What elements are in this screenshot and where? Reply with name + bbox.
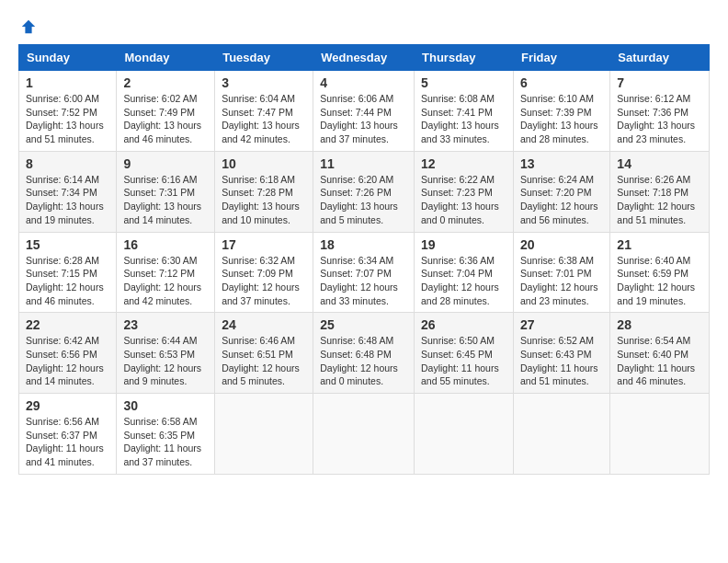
sunset-label: Sunset: 6:45 PM — [421, 349, 493, 360]
calendar-cell: 28 Sunrise: 6:54 AM Sunset: 6:40 PM Dayl… — [610, 313, 710, 394]
calendar-cell: 19 Sunrise: 6:36 AM Sunset: 7:04 PM Dayl… — [415, 232, 514, 313]
week-row-3: 15 Sunrise: 6:28 AM Sunset: 7:15 PM Dayl… — [19, 232, 710, 313]
day-info: Sunrise: 6:18 AM Sunset: 7:28 PM Dayligh… — [222, 173, 306, 227]
sunset-label: Sunset: 7:28 PM — [222, 187, 293, 198]
sunrise-label: Sunrise: 6:40 AM — [617, 255, 690, 266]
daylight-label: Daylight: 12 hours and 37 minutes. — [222, 282, 300, 306]
daylight-label: Daylight: 12 hours and 14 minutes. — [26, 362, 104, 387]
daylight-label: Daylight: 11 hours and 46 minutes. — [617, 362, 695, 387]
sunset-label: Sunset: 6:35 PM — [123, 430, 195, 441]
calendar-cell: 17 Sunrise: 6:32 AM Sunset: 7:09 PM Dayl… — [215, 232, 313, 313]
sunrise-label: Sunrise: 6:20 AM — [320, 174, 393, 185]
day-info: Sunrise: 6:24 AM Sunset: 7:20 PM Dayligh… — [520, 173, 603, 227]
day-number: 19 — [421, 237, 506, 252]
week-row-4: 22 Sunrise: 6:42 AM Sunset: 6:56 PM Dayl… — [19, 313, 710, 394]
day-info: Sunrise: 6:42 AM Sunset: 6:56 PM Dayligh… — [26, 334, 109, 388]
sunset-label: Sunset: 7:23 PM — [421, 187, 493, 198]
daylight-label: Daylight: 12 hours and 46 minutes. — [26, 282, 104, 306]
sunrise-label: Sunrise: 6:28 AM — [26, 255, 99, 266]
calendar-cell: 15 Sunrise: 6:28 AM Sunset: 7:15 PM Dayl… — [19, 232, 117, 313]
sunrise-label: Sunrise: 6:44 AM — [123, 335, 197, 346]
sunrise-label: Sunrise: 6:02 AM — [123, 93, 197, 104]
calendar-cell: 3 Sunrise: 6:04 AM Sunset: 7:47 PM Dayli… — [215, 71, 313, 152]
day-number: 26 — [421, 317, 506, 332]
day-number: 5 — [421, 75, 506, 90]
day-info: Sunrise: 6:34 AM Sunset: 7:07 PM Dayligh… — [320, 254, 407, 308]
sunset-label: Sunset: 6:40 PM — [617, 349, 688, 360]
daylight-label: Daylight: 12 hours and 9 minutes. — [123, 362, 201, 387]
daylight-label: Daylight: 13 hours and 28 minutes. — [520, 120, 598, 144]
day-number: 6 — [520, 75, 603, 90]
calendar-cell — [415, 394, 514, 475]
day-info: Sunrise: 6:54 AM Sunset: 6:40 PM Dayligh… — [617, 334, 702, 388]
daylight-label: Daylight: 12 hours and 56 minutes. — [520, 201, 598, 225]
sunrise-label: Sunrise: 6:08 AM — [421, 93, 495, 104]
day-info: Sunrise: 6:22 AM Sunset: 7:23 PM Dayligh… — [421, 173, 506, 227]
daylight-label: Daylight: 13 hours and 14 minutes. — [123, 201, 201, 225]
calendar-cell: 26 Sunrise: 6:50 AM Sunset: 6:45 PM Dayl… — [415, 313, 514, 394]
column-header-tuesday: Tuesday — [215, 45, 313, 71]
day-info: Sunrise: 6:06 AM Sunset: 7:44 PM Dayligh… — [320, 92, 407, 146]
day-info: Sunrise: 6:50 AM Sunset: 6:45 PM Dayligh… — [421, 334, 506, 388]
sunrise-label: Sunrise: 6:26 AM — [617, 174, 690, 185]
day-info: Sunrise: 6:52 AM Sunset: 6:43 PM Dayligh… — [520, 334, 603, 388]
daylight-label: Daylight: 12 hours and 19 minutes. — [617, 282, 695, 306]
daylight-label: Daylight: 13 hours and 37 minutes. — [320, 120, 398, 144]
calendar-body: 1 Sunrise: 6:00 AM Sunset: 7:52 PM Dayli… — [19, 71, 710, 475]
calendar-cell: 22 Sunrise: 6:42 AM Sunset: 6:56 PM Dayl… — [19, 313, 117, 394]
daylight-label: Daylight: 11 hours and 37 minutes. — [123, 442, 201, 467]
calendar-cell: 9 Sunrise: 6:16 AM Sunset: 7:31 PM Dayli… — [117, 151, 215, 232]
day-number: 14 — [617, 156, 702, 171]
calendar-cell: 12 Sunrise: 6:22 AM Sunset: 7:23 PM Dayl… — [415, 151, 514, 232]
sunset-label: Sunset: 7:15 PM — [26, 268, 97, 279]
column-header-sunday: Sunday — [19, 45, 117, 71]
sunrise-label: Sunrise: 6:42 AM — [26, 335, 99, 346]
day-number: 30 — [123, 398, 208, 413]
sunrise-label: Sunrise: 6:54 AM — [617, 335, 690, 346]
day-number: 17 — [222, 237, 306, 252]
week-row-2: 8 Sunrise: 6:14 AM Sunset: 7:34 PM Dayli… — [19, 151, 710, 232]
day-info: Sunrise: 6:58 AM Sunset: 6:35 PM Dayligh… — [123, 415, 208, 469]
calendar-cell: 6 Sunrise: 6:10 AM Sunset: 7:39 PM Dayli… — [513, 71, 609, 152]
sunset-label: Sunset: 7:39 PM — [520, 107, 592, 118]
column-header-thursday: Thursday — [415, 45, 514, 71]
calendar-cell: 2 Sunrise: 6:02 AM Sunset: 7:49 PM Dayli… — [117, 71, 215, 152]
sunrise-label: Sunrise: 6:14 AM — [26, 174, 99, 185]
day-number: 11 — [320, 156, 407, 171]
daylight-label: Daylight: 13 hours and 23 minutes. — [617, 120, 695, 144]
daylight-label: Daylight: 12 hours and 51 minutes. — [617, 201, 695, 225]
daylight-label: Daylight: 12 hours and 42 minutes. — [123, 282, 201, 306]
sunset-label: Sunset: 7:12 PM — [123, 268, 195, 279]
day-number: 21 — [617, 237, 702, 252]
day-number: 22 — [26, 317, 109, 332]
sunrise-label: Sunrise: 6:38 AM — [520, 255, 594, 266]
calendar-cell: 25 Sunrise: 6:48 AM Sunset: 6:48 PM Dayl… — [313, 313, 415, 394]
day-info: Sunrise: 6:12 AM Sunset: 7:36 PM Dayligh… — [617, 92, 702, 146]
day-number: 12 — [421, 156, 506, 171]
day-number: 8 — [26, 156, 109, 171]
calendar-cell — [513, 394, 609, 475]
sunrise-label: Sunrise: 6:18 AM — [222, 174, 295, 185]
day-info: Sunrise: 6:44 AM Sunset: 6:53 PM Dayligh… — [123, 334, 208, 388]
sunset-label: Sunset: 7:31 PM — [123, 187, 195, 198]
calendar-cell — [215, 394, 313, 475]
day-info: Sunrise: 6:02 AM Sunset: 7:49 PM Dayligh… — [123, 92, 208, 146]
sunrise-label: Sunrise: 6:12 AM — [617, 93, 690, 104]
sunrise-label: Sunrise: 6:52 AM — [520, 335, 594, 346]
calendar-cell — [313, 394, 415, 475]
day-number: 2 — [123, 75, 208, 90]
sunset-label: Sunset: 7:18 PM — [617, 187, 688, 198]
daylight-label: Daylight: 13 hours and 46 minutes. — [123, 120, 201, 144]
sunrise-label: Sunrise: 6:46 AM — [222, 335, 295, 346]
daylight-label: Daylight: 12 hours and 33 minutes. — [320, 282, 398, 306]
calendar-cell: 8 Sunrise: 6:14 AM Sunset: 7:34 PM Dayli… — [19, 151, 117, 232]
calendar-table: SundayMondayTuesdayWednesdayThursdayFrid… — [18, 44, 710, 475]
daylight-label: Daylight: 11 hours and 55 minutes. — [421, 362, 499, 387]
sunrise-label: Sunrise: 6:48 AM — [320, 335, 393, 346]
day-info: Sunrise: 6:26 AM Sunset: 7:18 PM Dayligh… — [617, 173, 702, 227]
day-info: Sunrise: 6:14 AM Sunset: 7:34 PM Dayligh… — [26, 173, 109, 227]
day-number: 23 — [123, 317, 208, 332]
sunrise-label: Sunrise: 6:30 AM — [123, 255, 197, 266]
calendar-cell: 27 Sunrise: 6:52 AM Sunset: 6:43 PM Dayl… — [513, 313, 609, 394]
day-number: 9 — [123, 156, 208, 171]
